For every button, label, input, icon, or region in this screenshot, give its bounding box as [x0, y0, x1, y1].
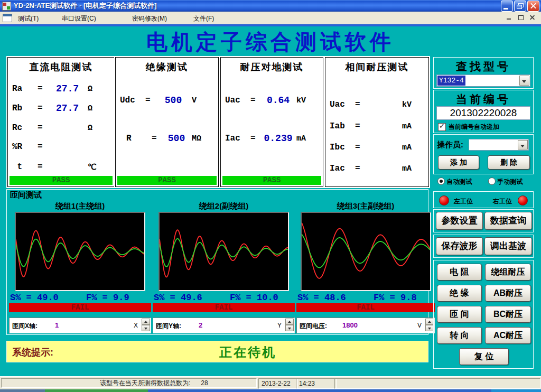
right-station-label: 右工位	[493, 197, 512, 206]
y-axis-control: 匝间Y轴: 2 Y	[153, 318, 295, 333]
control-value: 1800	[342, 321, 358, 329]
measurement-label: Uac	[225, 96, 250, 105]
chevron-down-icon[interactable]	[519, 76, 529, 86]
auto-test-radio[interactable]: 自动测试	[437, 178, 472, 186]
s-percent-value: S% = 49.0	[10, 293, 59, 303]
ab-hv-test-button[interactable]: AB耐压	[485, 285, 531, 302]
current-number-input[interactable]	[436, 106, 530, 120]
equals-sign: =	[355, 164, 365, 173]
auto-increment-checkbox[interactable]	[438, 123, 446, 131]
measurement-unit: Ω	[88, 104, 110, 113]
current-number-title: 当前编号	[434, 92, 533, 107]
chevron-down-icon[interactable]	[518, 140, 528, 150]
title-bar: YD-2N-ATE测试软件 - [电机定子综合测试软件]	[0, 0, 541, 12]
panel-title: 直流电阻测试	[8, 61, 114, 73]
radio-off-icon	[488, 178, 496, 185]
window-title: YD-2N-ATE测试软件 - [电机定子综合测试软件]	[14, 1, 501, 11]
minimize-button[interactable]	[501, 1, 513, 12]
menu-serial[interactable]: 串口设置(C)	[60, 14, 98, 24]
add-operator-button[interactable]: 添 加	[438, 155, 479, 170]
spin-up-icon[interactable]	[142, 319, 150, 325]
current-number-box: 当前编号 当前编号自动递加	[433, 90, 534, 133]
sf-readout: S% = 49.0 F% = 9.9	[9, 292, 151, 304]
measurement-label: %R	[12, 142, 38, 152]
mdi-minimize-icon[interactable]	[505, 13, 514, 21]
taskbar-strip	[0, 389, 541, 392]
f-percent-value: F% = 10.0	[230, 293, 278, 303]
winding-title: 绕组1(主绕组)	[9, 201, 151, 211]
measurement-label: Uac	[330, 100, 355, 109]
radio-on-icon	[437, 178, 445, 185]
prompt-message: 正在待机	[219, 344, 276, 361]
waveform-chart	[160, 213, 288, 290]
manual-test-buttons-box: 电 阻 绕组耐压 绝 缘 AB耐压 匝 间 BC耐压 转 向 AC耐压 复 位	[433, 260, 534, 369]
measurement-label: t	[12, 162, 38, 172]
s-percent-value: S% = 49.6	[154, 293, 202, 303]
operator-combobox[interactable]	[469, 139, 529, 151]
spin-up-icon[interactable]	[285, 319, 294, 325]
mdi-child-icon[interactable]	[3, 14, 12, 22]
mdi-restore-icon[interactable]	[517, 13, 525, 21]
measurement-label: Udc	[120, 96, 145, 105]
mdi-close-icon[interactable]	[528, 13, 537, 21]
voltage-control: 匝间电压: 1800 V	[296, 318, 435, 333]
turn-test-button[interactable]: 匝 间	[437, 306, 482, 323]
close-button[interactable]	[527, 1, 539, 12]
winding-hv-test-button[interactable]: 绕组耐压	[485, 264, 531, 281]
measurement-label: Iac	[330, 164, 355, 173]
panel-dc-resistance: 直流电阻测试 Ra=27.7Ω Rb=27.7Ω Rc=Ω %R= t=℃ PA…	[7, 57, 115, 187]
data-query-button[interactable]: 数据查询	[484, 212, 532, 230]
row-r: R=500MΩ	[120, 133, 214, 144]
waveform-chart	[16, 213, 144, 290]
s-percent-value: S% = 48.6	[297, 293, 346, 303]
measurement-unit: Ω	[88, 85, 110, 94]
reset-button[interactable]: 复 位	[459, 348, 509, 365]
equals-sign: =	[355, 143, 365, 152]
date-panel: 2013-2-22	[258, 378, 298, 389]
rotation-test-button[interactable]: 转 向	[437, 327, 482, 344]
equals-sign: =	[38, 162, 47, 172]
measurement-value: 0.64	[260, 95, 296, 106]
equals-sign: =	[250, 96, 260, 105]
f-percent-value: F% = 9.8	[374, 293, 417, 303]
status-badge: FAIL	[153, 303, 295, 312]
auto-increment-row: 当前编号自动递加	[438, 123, 499, 132]
status-badge: FAIL	[296, 303, 435, 312]
measurement-value: 27.7	[47, 103, 88, 114]
measurement-unit: ℃	[88, 162, 110, 172]
delete-operator-button[interactable]: 删 除	[488, 155, 530, 170]
panel-title: 耐压对地测试	[221, 61, 323, 73]
winding-2-column: 绕组2(副绕组) S% = 49.6 F% = 10.0 FAIL 匝间Y轴: …	[153, 201, 295, 333]
measurement-label: Ra	[12, 84, 38, 94]
measurement-unit: mA	[402, 164, 424, 173]
restore-button[interactable]	[514, 1, 526, 12]
taskbar-segment	[491, 389, 541, 392]
resistance-test-button[interactable]: 电 阻	[437, 264, 482, 281]
left-station-label: 左工位	[454, 197, 473, 206]
manual-test-radio[interactable]: 手动测试	[488, 178, 523, 186]
save-waveform-button[interactable]: 保存波形	[436, 237, 483, 255]
status-badge: PASS	[117, 176, 217, 185]
waveform-box: 保存波形 调出基波	[433, 235, 534, 258]
panel-phase-hv: 相间耐压测试 Uac=kV Iab=mA Ibc=mA Iac=mA	[325, 57, 429, 187]
time-panel: 14:23	[296, 378, 337, 389]
application-window: YD-2N-ATE测试软件 - [电机定子综合测试软件] 测试(T) 串口设置(…	[0, 0, 541, 392]
model-combobox[interactable]: Y132-4	[436, 74, 530, 87]
parameter-settings-button[interactable]: 参数设置	[436, 212, 483, 230]
spin-down-icon[interactable]	[142, 325, 150, 331]
spin-down-icon[interactable]	[425, 325, 434, 331]
status-bar: 该型号在当天所测得数据总数为: 28 2013-2-22 14:23	[0, 376, 541, 390]
recall-base-wave-button[interactable]: 调出基波	[484, 237, 532, 255]
menu-password[interactable]: 密码修改(M)	[130, 14, 169, 24]
control-unit: X	[134, 322, 138, 329]
insulation-test-button[interactable]: 绝 缘	[437, 285, 482, 302]
test-mode-row: 自动测试 手动测试	[433, 176, 533, 187]
menu-file[interactable]: 文件(F)	[191, 14, 216, 24]
menu-test[interactable]: 测试(T)	[16, 14, 41, 24]
bc-hv-test-button[interactable]: BC耐压	[485, 306, 531, 323]
spin-down-icon[interactable]	[285, 325, 294, 331]
spin-up-icon[interactable]	[425, 319, 434, 325]
ac-hv-test-button[interactable]: AC耐压	[485, 327, 531, 344]
panel-insulation: 绝缘测试 Udc=500V R=500MΩ PASS	[115, 57, 219, 187]
control-value: 2	[199, 321, 202, 329]
